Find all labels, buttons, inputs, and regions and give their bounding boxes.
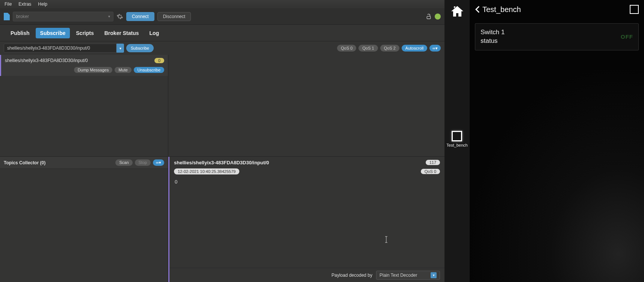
switch-state-badge: OFF [621,33,633,40]
header-square-button[interactable] [630,5,639,14]
detail-timestamp: 12-02-2021 10:40:25.38425579 [174,168,239,174]
home-icon [450,5,464,18]
right-nav-sidebar: Test_bench [444,0,470,282]
autoscroll-button[interactable]: Autoscroll [402,45,427,52]
connect-button[interactable]: Connect [126,12,154,21]
broker-select[interactable]: broker [13,12,113,21]
scan-button[interactable]: Scan [115,159,132,166]
chevron-left-icon [475,6,480,13]
text-cursor-icon [384,236,385,243]
nav-label: Test_bench [446,143,467,147]
link-icon: ∞ [156,160,159,165]
card-line2: status [481,37,505,45]
topic-input[interactable] [4,44,116,53]
tab-log[interactable]: Log [145,28,164,38]
back-button[interactable] [475,6,480,13]
topics-collector-panel: Topics Collector (0) Scan Stop ∞▾ [0,157,168,282]
decoder-select[interactable]: Plain Text Decoder [376,271,440,280]
payload-body[interactable]: 0 [169,176,444,268]
main-tabs: Publish Subscribe Scripts Broker Status … [0,25,444,41]
qos1-button[interactable]: QoS 1 [358,45,378,52]
subscribe-button[interactable]: Subscribe [126,44,154,52]
menu-help[interactable]: Help [38,2,47,7]
payload-value: 0 [175,179,177,185]
gear-icon[interactable] [116,13,123,20]
unsubscribe-button[interactable]: Unsubscribe [134,67,164,73]
decoder-value: Plain Text Decoder [379,273,417,278]
qos2-button[interactable]: QoS 2 [380,45,399,52]
disconnect-button[interactable]: Disconnect [157,12,191,21]
nav-item-test-bench[interactable]: Test_bench [446,131,467,147]
svg-rect-0 [427,16,430,19]
link-icon: ∞ [432,46,435,50]
tab-broker-status[interactable]: Broker Status [100,28,144,38]
mute-button[interactable]: Mute [115,67,131,73]
topics-link-button[interactable]: ∞▾ [153,159,164,166]
menu-file[interactable]: File [5,2,12,7]
message-detail-panel: shellies/shellyix3-483FDA8D3D30/input/0 … [168,157,444,282]
topics-collector-title: Topics Collector (0) [4,160,45,165]
menu-bar: File Extras Help [0,0,444,8]
detail-qos-badge: QoS 0 [421,169,440,174]
toolbar: broker Connect Disconnect [0,8,444,25]
right-content: Test_bench Switch 1 status OFF [470,0,644,282]
page-title: Test_bench [482,5,521,14]
card-line1: Switch 1 [481,28,505,37]
subscription-card[interactable]: shellies/shellyix3-483FDA8D3D30/input/0 … [0,55,168,76]
link-icon-button[interactable]: ∞▾ [429,45,441,52]
tab-publish[interactable]: Publish [6,28,34,38]
subscription-list: shellies/shellyix3-483FDA8D3D30/input/0 … [0,55,168,156]
right-header: Test_bench [470,0,644,19]
tab-subscribe[interactable]: Subscribe [36,28,70,38]
subscription-topic: shellies/shellyix3-483FDA8D3D30/input/0 [5,58,88,63]
connection-status-icon [435,14,441,20]
dump-messages-button[interactable]: Dump Messages [74,67,113,73]
topic-dropdown-button[interactable]: ▾ [116,44,124,53]
home-button[interactable] [450,5,464,18]
unlock-icon[interactable] [426,14,432,20]
subscribe-controls: ▾ Subscribe QoS 0 QoS 1 QoS 2 Autoscroll… [0,41,444,55]
qos0-button[interactable]: QoS 0 [337,45,356,52]
square-icon [452,131,462,141]
home-control-app: Test_bench Test_bench Switch 1 status OF… [444,0,644,282]
detail-topic: shellies/shellyix3-483FDA8D3D30/input/0 [174,160,269,165]
main-area: shellies/shellyix3-483FDA8D3D30/input/0 … [0,55,444,282]
stop-button[interactable]: Stop [135,159,151,166]
tab-scripts[interactable]: Scripts [71,28,98,38]
decoder-label: Payload decoded by [331,273,372,278]
mqtt-client-window: File Extras Help broker Connect Disconne… [0,0,444,282]
menu-extras[interactable]: Extras [18,2,31,7]
messages-pane [168,55,444,156]
detail-count-badge: 117 [426,160,440,165]
switch-status-card[interactable]: Switch 1 status OFF [475,23,639,50]
document-icon[interactable] [4,13,10,20]
subscription-count-badge: 0 [154,58,164,63]
broker-placeholder: broker [16,14,29,19]
card-text: Switch 1 status [481,28,505,45]
